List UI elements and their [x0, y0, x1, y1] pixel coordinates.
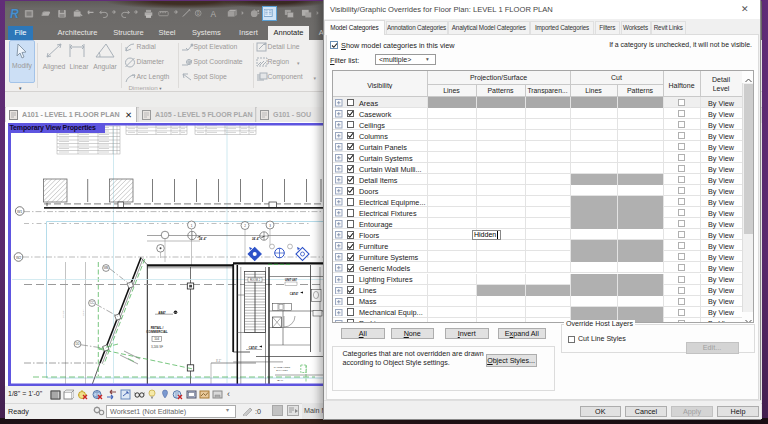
svg-text:COMMERCIAL: COMMERCIAL [146, 330, 167, 334]
svg-text:CAT47: CAT47 [290, 292, 299, 296]
svg-text:3'-1": 3'-1" [216, 359, 221, 363]
svg-text:104: 104 [154, 337, 159, 341]
svg-text:WB: WB [104, 266, 109, 270]
svg-text:CC: CC [90, 301, 94, 305]
svg-text:A: A [210, 9, 216, 18]
svg-text:19'-10": 19'-10" [62, 310, 65, 318]
svg-text:3,246 SF: 3,246 SF [151, 345, 163, 349]
svg-text:24'-4": 24'-4" [252, 237, 260, 241]
svg-text:10'-4": 10'-4" [82, 310, 85, 316]
svg-text:24'-4": 24'-4" [199, 237, 207, 241]
svg-text:AB47: AB47 [158, 311, 166, 315]
svg-text:ROOM 2: ROOM 2 [250, 278, 261, 282]
svg-text:UNIT U87: UNIT U87 [285, 278, 297, 282]
svg-text:0: 0 [197, 10, 200, 16]
svg-text:CAT47: CAT47 [249, 346, 258, 350]
svg-text:W2: W2 [16, 256, 21, 260]
svg-text:40'-4": 40'-4" [277, 379, 284, 382]
svg-text:DD: DD [75, 342, 79, 346]
svg-text:EXHAUST: EXHAUST [276, 369, 288, 372]
svg-text:W1: W1 [17, 210, 22, 214]
